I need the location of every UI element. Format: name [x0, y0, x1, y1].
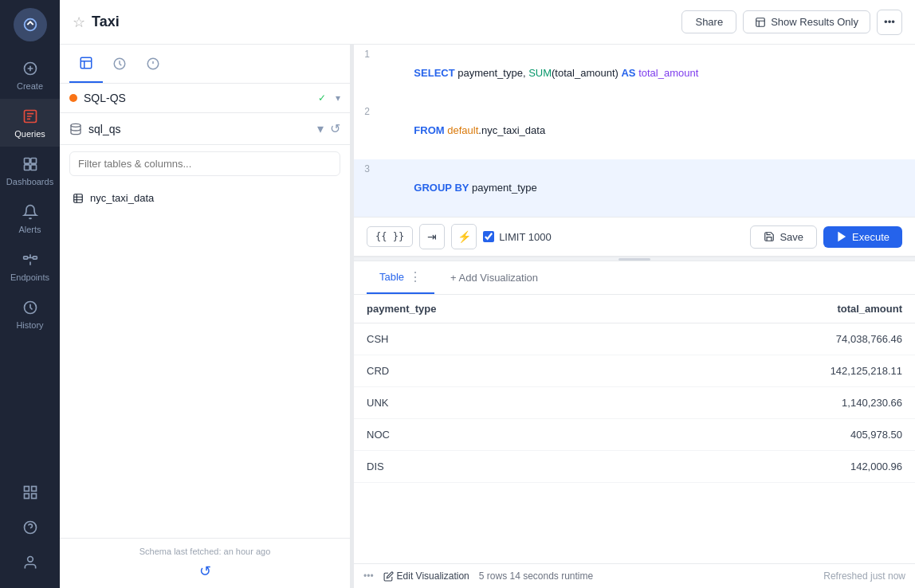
edit-viz-label: Edit Visualization	[397, 570, 469, 582]
cell-payment-type: UNK	[354, 387, 631, 419]
nav-item-history[interactable]: History	[0, 290, 60, 338]
tab-info[interactable]	[136, 45, 170, 83]
top-bar: ☆ Taxi Share Show Results Only •••	[60, 0, 915, 45]
table-icon	[755, 17, 766, 28]
nav-item-queries[interactable]: Queries	[0, 99, 60, 147]
nav-item-grid[interactable]	[0, 475, 60, 510]
col-payment-type: payment_type	[354, 295, 631, 323]
share-button[interactable]: Share	[681, 10, 736, 33]
nav-item-dashboards[interactable]: Dashboards	[0, 147, 60, 194]
drag-handle	[619, 258, 650, 261]
ellipsis-icon: •••	[884, 16, 895, 28]
format-icon: ⇥	[427, 230, 437, 243]
grid-icon	[21, 483, 40, 502]
execute-button[interactable]: Execute	[823, 226, 902, 248]
cell-total-amount: 1,140,230.66	[631, 387, 915, 419]
table-wrapper: payment_type total_amount CSH 74,038,766…	[354, 295, 915, 563]
footer-options-icon[interactable]: •••	[363, 570, 374, 582]
svg-point-15	[27, 557, 33, 563]
limit-label: LIMIT 1000	[499, 231, 552, 243]
svg-rect-16	[756, 18, 765, 26]
tab-schema[interactable]	[69, 45, 103, 83]
star-icon[interactable]: ☆	[73, 14, 85, 31]
save-button[interactable]: Save	[750, 225, 817, 249]
results-table: payment_type total_amount CSH 74,038,766…	[354, 295, 915, 483]
nav-item-endpoints[interactable]: Endpoints	[0, 242, 60, 290]
connection-chevron-icon[interactable]: ▾	[336, 92, 340, 104]
svg-rect-8	[33, 257, 37, 259]
nav-item-user[interactable]	[0, 545, 60, 580]
add-visualization-button[interactable]: + Add Visualization	[438, 264, 551, 292]
nav-item-help[interactable]	[0, 510, 60, 545]
sidebar-refresh-button[interactable]: ↺	[199, 563, 211, 580]
bell-icon	[21, 202, 40, 221]
svg-point-0	[24, 19, 36, 31]
editor-toolbar: {{ }} ⇥ ⚡ LIMIT 1000 Save	[354, 217, 915, 257]
sql-editor: 1 SELECT payment_type, SUM(total_amount)…	[354, 45, 915, 217]
main-area: ☆ Taxi Share Show Results Only •••	[60, 0, 915, 588]
endpoints-icon	[21, 250, 40, 269]
braces-button[interactable]: {{ }}	[367, 226, 413, 247]
nav-history-label: History	[16, 320, 43, 330]
show-results-button[interactable]: Show Results Only	[743, 10, 870, 33]
table-row: CSH 74,038,766.46	[354, 323, 915, 355]
cell-payment-type: CSH	[354, 323, 631, 355]
svg-rect-7	[23, 257, 27, 259]
schema-refresh-icon[interactable]: ↺	[330, 121, 340, 136]
nav-dashboards-label: Dashboards	[6, 177, 53, 186]
nav-create-label: Create	[17, 81, 43, 91]
results-tabs: Table ⋮ + Add Visualization	[354, 261, 915, 295]
plus-circle-icon	[21, 59, 40, 78]
lightning-icon: ⚡	[457, 230, 471, 243]
line-number-1: 1	[354, 45, 379, 64]
line-content-2[interactable]: FROM default.nyc_taxi_data	[379, 102, 545, 159]
svg-rect-10	[24, 487, 29, 492]
tab-history[interactable]	[103, 45, 136, 83]
tab-options-icon[interactable]: ⋮	[409, 269, 422, 284]
nav-item-alerts[interactable]: Alerts	[0, 194, 60, 242]
limit-checkbox[interactable]	[483, 231, 494, 242]
nav-item-create[interactable]: Create	[0, 51, 60, 99]
table-row: NOC 405,978.50	[354, 419, 915, 451]
page-title: Taxi	[92, 14, 681, 30]
line-number-3: 3	[354, 159, 379, 178]
results-footer: ••• Edit Visualization 5 rows 14 seconds…	[354, 563, 915, 588]
svg-rect-17	[81, 57, 92, 69]
format-button[interactable]: ⇥	[419, 224, 445, 249]
schema-chevron-icon[interactable]: ▾	[317, 121, 324, 136]
lightning-button[interactable]: ⚡	[451, 224, 477, 249]
line-number-2: 2	[354, 102, 379, 121]
query-icon	[21, 107, 40, 126]
edit-visualization-button[interactable]: Edit Visualization	[383, 570, 469, 582]
editor-line-3: 3 GROUP BY payment_type	[354, 159, 915, 217]
cell-total-amount: 405,978.50	[631, 419, 915, 451]
more-options-button[interactable]: •••	[877, 10, 902, 35]
svg-rect-5	[24, 165, 29, 171]
query-area: 1 SELECT payment_type, SUM(total_amount)…	[354, 45, 915, 588]
limit-checkbox-label: LIMIT 1000	[483, 231, 552, 243]
connection-check-icon: ✓	[318, 92, 329, 104]
cell-total-amount: 142,000.96	[631, 451, 915, 483]
cell-payment-type: CRD	[354, 355, 631, 387]
cell-payment-type: DIS	[354, 451, 631, 483]
svg-rect-21	[74, 194, 83, 202]
line-content-1[interactable]: SELECT payment_type, SUM(total_amount) A…	[379, 45, 698, 102]
svg-marker-22	[838, 233, 845, 241]
table-row: CRD 142,125,218.11	[354, 355, 915, 387]
user-icon	[21, 553, 40, 572]
save-icon	[764, 231, 775, 242]
connection-selector[interactable]: SQL-QS ✓ ▾	[60, 84, 350, 113]
list-item[interactable]: nyc_taxi_data	[69, 186, 340, 210]
filter-input[interactable]	[69, 151, 340, 176]
clock-icon	[21, 298, 40, 317]
line-content-3[interactable]: GROUP BY payment_type	[379, 159, 537, 217]
col-total-amount: total_amount	[631, 295, 915, 323]
table-row: DIS 142,000.96	[354, 451, 915, 483]
tab-table[interactable]: Table ⋮	[367, 261, 434, 294]
svg-rect-11	[31, 487, 36, 492]
editor-line-2: 2 FROM default.nyc_taxi_data	[354, 102, 915, 159]
help-icon	[21, 518, 40, 537]
schema-selector: sql_qs ▾ ↺	[60, 113, 350, 145]
svg-rect-4	[30, 159, 36, 164]
cell-total-amount: 74,038,766.46	[631, 323, 915, 355]
